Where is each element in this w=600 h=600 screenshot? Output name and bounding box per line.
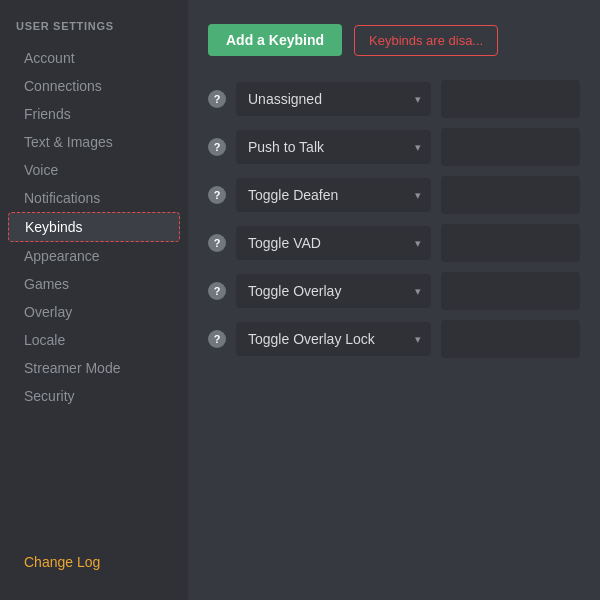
sidebar-item-locale[interactable]: Locale: [8, 326, 180, 354]
sidebar-item-voice[interactable]: Voice: [8, 156, 180, 184]
sidebar-item-changelog[interactable]: Change Log: [8, 548, 180, 576]
keybind-input-4[interactable]: [441, 272, 580, 310]
keybind-row: ? Unassigned Push to Talk Toggle Deafen …: [208, 224, 580, 262]
sidebar-item-overlay[interactable]: Overlay: [8, 298, 180, 326]
sidebar-item-friends[interactable]: Friends: [8, 100, 180, 128]
keybind-input-3[interactable]: [441, 224, 580, 262]
sidebar-item-games[interactable]: Games: [8, 270, 180, 298]
action-select-wrapper-3: Unassigned Push to Talk Toggle Deafen To…: [236, 226, 431, 260]
action-select-4[interactable]: Unassigned Push to Talk Toggle Deafen To…: [236, 274, 431, 308]
keybind-row: ? Unassigned Push to Talk Toggle Deafen …: [208, 176, 580, 214]
main-content: Add a Keybind Keybinds are disa... ? Una…: [188, 0, 600, 600]
sidebar-item-connections[interactable]: Connections: [8, 72, 180, 100]
sidebar-item-streamer-mode[interactable]: Streamer Mode: [8, 354, 180, 382]
help-icon[interactable]: ?: [208, 90, 226, 108]
sidebar-title: USER SETTINGS: [0, 16, 188, 40]
keybind-input-1[interactable]: [441, 128, 580, 166]
keybind-row: ? Unassigned Push to Talk Toggle Deafen …: [208, 272, 580, 310]
action-select-3[interactable]: Unassigned Push to Talk Toggle Deafen To…: [236, 226, 431, 260]
sidebar: USER SETTINGS Account Connections Friend…: [0, 0, 188, 600]
sidebar-item-keybinds[interactable]: Keybinds: [8, 212, 180, 242]
header-row: Add a Keybind Keybinds are disa...: [208, 24, 580, 56]
action-select-5[interactable]: Unassigned Push to Talk Toggle Deafen To…: [236, 322, 431, 356]
action-select-wrapper-5: Unassigned Push to Talk Toggle Deafen To…: [236, 322, 431, 356]
action-select-wrapper-4: Unassigned Push to Talk Toggle Deafen To…: [236, 274, 431, 308]
sidebar-item-text-images[interactable]: Text & Images: [8, 128, 180, 156]
keybind-input-5[interactable]: [441, 320, 580, 358]
help-icon[interactable]: ?: [208, 186, 226, 204]
help-icon[interactable]: ?: [208, 138, 226, 156]
action-select-wrapper-2: Unassigned Push to Talk Toggle Deafen To…: [236, 178, 431, 212]
action-select-wrapper-0: Unassigned Push to Talk Toggle Deafen To…: [236, 82, 431, 116]
keybind-row: ? Unassigned Push to Talk Toggle Deafen …: [208, 128, 580, 166]
help-icon[interactable]: ?: [208, 234, 226, 252]
sidebar-item-appearance[interactable]: Appearance: [8, 242, 180, 270]
keybinds-disabled-badge: Keybinds are disa...: [354, 25, 498, 56]
keybind-input-2[interactable]: [441, 176, 580, 214]
sidebar-item-account[interactable]: Account: [8, 44, 180, 72]
action-select-1[interactable]: Unassigned Push to Talk Toggle Deafen To…: [236, 130, 431, 164]
action-select-wrapper-1: Unassigned Push to Talk Toggle Deafen To…: [236, 130, 431, 164]
keybind-row: ? Unassigned Push to Talk Toggle Deafen …: [208, 80, 580, 118]
action-select-0[interactable]: Unassigned Push to Talk Toggle Deafen To…: [236, 82, 431, 116]
help-icon[interactable]: ?: [208, 330, 226, 348]
keybind-input-0[interactable]: [441, 80, 580, 118]
sidebar-item-notifications[interactable]: Notifications: [8, 184, 180, 212]
action-select-2[interactable]: Unassigned Push to Talk Toggle Deafen To…: [236, 178, 431, 212]
help-icon[interactable]: ?: [208, 282, 226, 300]
keybind-row: ? Unassigned Push to Talk Toggle Deafen …: [208, 320, 580, 358]
add-keybind-button[interactable]: Add a Keybind: [208, 24, 342, 56]
sidebar-item-security[interactable]: Security: [8, 382, 180, 410]
